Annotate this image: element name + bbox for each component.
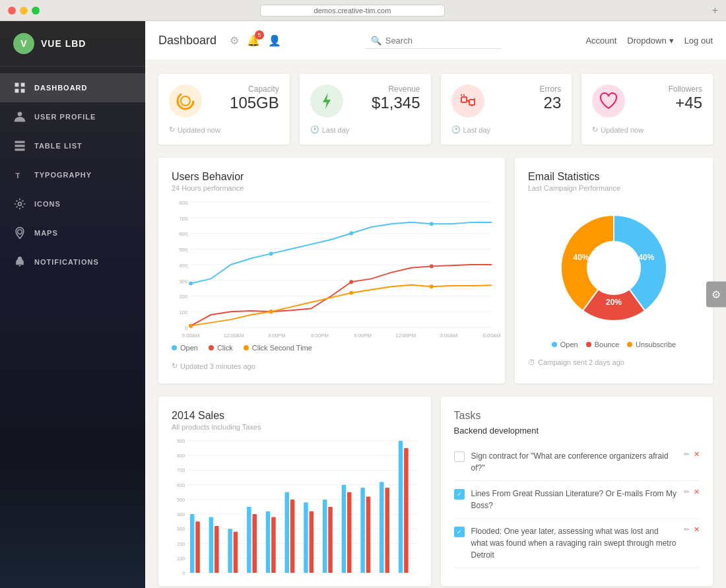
charts-row: Users Behavior 24 Hours performance 8007… [158, 158, 713, 383]
bar-5-0 [285, 492, 290, 573]
svg-text:100: 100 [177, 556, 185, 562]
task-checkbox-2[interactable]: ✓ [454, 527, 465, 537]
line-chart-legend: OpenClickClick Second Time [172, 344, 492, 352]
task-item-1: ✓ Lines From Great Russian Literature? O… [454, 481, 700, 519]
pie-legend-item-2: Unsubscribe [627, 341, 676, 348]
pie-legend-dot-2 [627, 342, 632, 347]
svg-text:3:00AM: 3:00AM [440, 333, 458, 339]
close-dot[interactable] [8, 7, 16, 15]
icons-icon [13, 197, 26, 211]
svg-point-49 [349, 232, 353, 236]
stat-footer-3: ↻ Updated now [592, 125, 702, 134]
svg-point-48 [269, 251, 273, 255]
svg-rect-15 [469, 100, 475, 105]
chevron-down-icon: ▾ [669, 36, 674, 46]
stat-label-1: Revenue [372, 84, 420, 94]
dropdown-button[interactable]: Dropdown ▾ [627, 36, 673, 46]
pie-legend-item-1: Bounce [586, 341, 619, 348]
stat-icon-3 [592, 84, 625, 117]
task-checkbox-1[interactable]: ✓ [454, 489, 465, 500]
stat-card-revenue: Revenue $1,345 🕐 Last day [300, 74, 431, 145]
svg-rect-6 [15, 145, 25, 147]
sidebar-item-table-list[interactable]: TABLE LIST [0, 131, 145, 160]
sidebar-logo: V VUE LBD [0, 21, 145, 67]
nav-label-user-profile: USER PROFILE [34, 113, 96, 121]
sidebar-item-icons[interactable]: ICONS [0, 189, 145, 218]
task-edit-0[interactable]: ✏ [684, 450, 690, 459]
svg-text:3:00PM: 3:00PM [268, 333, 286, 339]
task-delete-1[interactable]: ✕ [694, 488, 700, 496]
title-bar: demos.creative-tim.com + [0, 0, 726, 21]
title-bar-right: + [665, 5, 718, 16]
stat-card-capacity: Capacity 105GB ↻ Updated now [158, 74, 290, 145]
stat-label-0: Capacity [230, 84, 279, 94]
sales-card: 2014 Sales All products including Taxes … [158, 397, 431, 586]
svg-rect-5 [15, 141, 25, 143]
tasks-card: Tasks Backend development Sign contract … [441, 397, 713, 586]
task-actions-1: ✏ ✕ [684, 488, 700, 496]
task-delete-0[interactable]: ✕ [694, 450, 700, 459]
minimize-dot[interactable] [20, 7, 28, 15]
nav-label-maps: MAPS [34, 229, 58, 237]
bar-2-0 [228, 529, 232, 573]
stat-icon-2 [451, 84, 484, 117]
pie-legend: OpenBounceUnsubscribe [528, 341, 700, 348]
legend-item-0: Open [172, 344, 198, 352]
sidebar-nav: DASHBOARDUSER PROFILETABLE LISTTTYPOGRAP… [0, 73, 145, 588]
notification-badge[interactable]: 🔔 5 [247, 34, 260, 47]
svg-text:300: 300 [177, 526, 185, 532]
svg-text:9:00AM: 9:00AM [182, 333, 200, 339]
person-icon[interactable]: 👤 [268, 34, 281, 47]
bar-4-1 [271, 517, 276, 573]
bar-6-1 [310, 511, 314, 573]
svg-point-53 [349, 280, 353, 284]
search-bar: 🔍 [366, 33, 502, 49]
nav-label-notifications: NOTIFICATIONS [34, 258, 99, 266]
stat-footer-icon-3: ↻ [592, 125, 598, 134]
clock-icon: ⏱ [528, 358, 535, 366]
stat-footer-0: ↻ Updated now [169, 125, 279, 134]
sidebar-item-notifications[interactable]: NOTIFICATIONS [0, 247, 145, 277]
svg-text:0: 0 [185, 325, 188, 331]
svg-point-54 [430, 264, 434, 268]
svg-rect-1 [21, 83, 25, 87]
svg-text:12:00AM: 12:00AM [224, 333, 244, 339]
svg-text:6:00AM: 6:00AM [483, 333, 501, 339]
pie-label-0: 40% [638, 253, 654, 262]
nav-label-dashboard: DASHBOARD [34, 84, 88, 92]
maximize-dot[interactable] [32, 7, 40, 15]
pie-legend-dot-1 [586, 342, 591, 347]
svg-point-10 [18, 230, 22, 234]
svg-point-58 [430, 284, 434, 288]
url-bar[interactable]: demos.creative-tim.com [260, 5, 445, 16]
search-input[interactable] [385, 36, 496, 46]
bar-9-0 [360, 488, 365, 573]
new-tab-button[interactable]: + [712, 5, 718, 16]
stat-value-2: 23 [540, 94, 562, 112]
sidebar-item-typography[interactable]: TTYPOGRAPHY [0, 160, 145, 189]
bar-7-0 [323, 500, 327, 573]
task-edit-1[interactable]: ✏ [684, 488, 690, 496]
stat-card-followers: Followers +45 ↻ Updated now [581, 74, 713, 145]
bar-7-1 [328, 507, 333, 573]
pie-legend-label-1: Bounce [595, 341, 619, 348]
settings-gear-button[interactable]: ⚙ [706, 281, 726, 307]
account-link[interactable]: Account [585, 36, 616, 46]
sidebar-item-maps[interactable]: MAPS [0, 218, 145, 247]
task-text-0: Sign contract for "What are conference o… [471, 450, 678, 474]
settings-icon[interactable]: ⚙ [230, 34, 239, 47]
sidebar-item-user-profile[interactable]: USER PROFILE [0, 102, 145, 131]
bar-11-1 [404, 448, 409, 573]
task-delete-2[interactable]: ✕ [694, 525, 700, 534]
header-icons: ⚙ 🔔 5 👤 [230, 34, 281, 47]
stat-card-header: Revenue $1,345 [310, 84, 420, 117]
dashboard-icon [13, 81, 26, 94]
legend-item-1: Click [209, 344, 233, 352]
logout-link[interactable]: Log out [684, 36, 713, 46]
sidebar-item-dashboard[interactable]: DASHBOARD [0, 73, 145, 102]
task-checkbox-0[interactable] [454, 451, 465, 462]
task-edit-2[interactable]: ✏ [684, 525, 690, 534]
svg-text:6:00PM: 6:00PM [311, 333, 329, 339]
legend-dot-2 [244, 345, 249, 350]
typography-icon: T [13, 168, 26, 181]
